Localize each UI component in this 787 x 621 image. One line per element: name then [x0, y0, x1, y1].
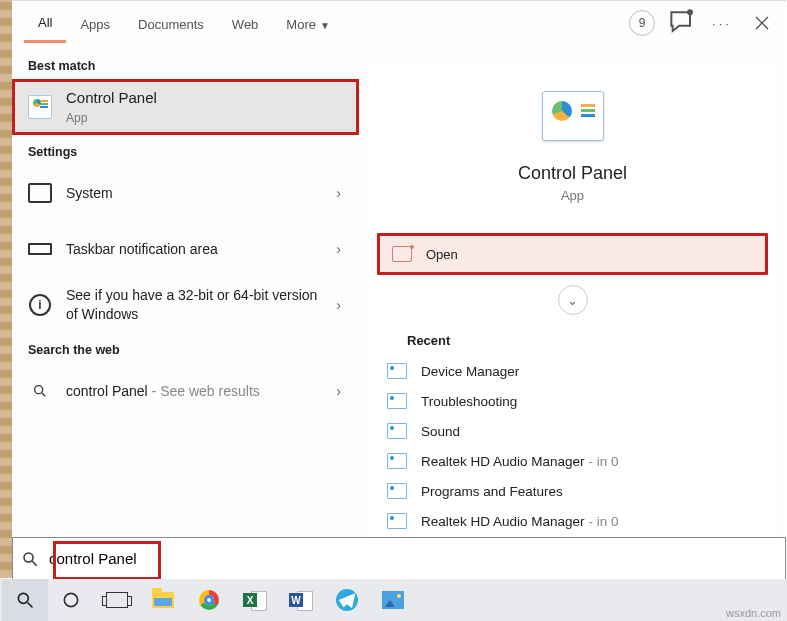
control-panel-large-icon	[542, 91, 604, 141]
rewards-badge[interactable]: 9	[626, 7, 658, 39]
control-panel-icon	[28, 95, 52, 119]
recent-item[interactable]: Sound	[383, 416, 768, 446]
recent-list: Device Manager Troubleshooting Sound Rea…	[377, 356, 768, 536]
web-search-item[interactable]: control Panel - See web results ›	[12, 363, 359, 419]
svg-point-5	[24, 553, 33, 562]
chevron-right-icon: ›	[328, 185, 349, 201]
app-icon	[387, 453, 407, 469]
chevron-right-icon: ›	[328, 241, 349, 257]
taskbar-telegram-button[interactable]	[324, 579, 370, 621]
app-icon	[387, 363, 407, 379]
recent-item[interactable]: Device Manager	[383, 356, 768, 386]
chevron-right-icon: ›	[328, 297, 349, 313]
info-icon: i	[28, 293, 52, 317]
recent-item[interactable]: Realtek HD Audio Manager - in 0	[383, 506, 768, 536]
taskbar-icon	[28, 237, 52, 261]
search-icon	[13, 550, 47, 568]
close-button[interactable]	[746, 7, 778, 39]
settings-item-system[interactable]: System ›	[12, 165, 359, 221]
more-options-icon[interactable]: ···	[706, 7, 738, 39]
preview-subtitle: App	[561, 188, 584, 203]
preview-title: Control Panel	[518, 163, 627, 184]
recent-item[interactable]: Realtek HD Audio Manager - in 0	[383, 446, 768, 476]
desktop-edge	[0, 0, 12, 578]
results-column: Best match Control Panel App Settings Sy…	[12, 45, 359, 579]
taskbar: X W	[0, 579, 787, 621]
svg-line-6	[32, 561, 37, 566]
tab-documents[interactable]: Documents	[124, 5, 218, 42]
settings-heading: Settings	[12, 135, 359, 165]
search-panel: All Apps Documents Web More▼ 9 ··· Best …	[12, 0, 786, 579]
taskbar-cortana-button[interactable]	[48, 579, 94, 621]
best-match-result[interactable]: Control Panel App	[12, 79, 359, 135]
taskbar-explorer-button[interactable]	[140, 579, 186, 621]
open-icon	[392, 246, 412, 262]
app-icon	[387, 423, 407, 439]
open-label: Open	[426, 247, 458, 262]
web-heading: Search the web	[12, 333, 359, 363]
search-icon	[28, 379, 52, 403]
badge-count: 9	[629, 10, 655, 36]
feedback-icon[interactable]	[666, 7, 698, 39]
preview-column: Control Panel App Open ⌄ Recent Device M…	[359, 45, 786, 579]
tab-all[interactable]: All	[24, 3, 66, 43]
taskbar-search-button[interactable]	[2, 579, 48, 621]
tab-apps[interactable]: Apps	[66, 5, 124, 42]
taskbar-taskview-button[interactable]	[94, 579, 140, 621]
recent-item[interactable]: Troubleshooting	[383, 386, 768, 416]
watermark: wsxdn.com	[726, 607, 781, 619]
app-icon	[387, 393, 407, 409]
app-icon	[387, 483, 407, 499]
recent-heading: Recent	[377, 319, 768, 356]
monitor-icon	[28, 181, 52, 205]
svg-line-4	[42, 393, 45, 396]
web-query-text: control Panel	[66, 383, 148, 399]
open-action[interactable]: Open	[377, 233, 768, 275]
svg-line-8	[28, 603, 33, 608]
taskbar-excel-button[interactable]: X	[232, 579, 278, 621]
expand-actions-button[interactable]: ⌄	[558, 285, 588, 315]
svg-point-9	[64, 593, 77, 606]
chevron-down-icon: ▼	[320, 20, 330, 31]
taskbar-photos-button[interactable]	[370, 579, 416, 621]
search-bar[interactable]	[12, 537, 786, 580]
best-match-title: Control Panel	[66, 88, 349, 108]
tab-web[interactable]: Web	[218, 5, 273, 42]
chevron-right-icon: ›	[328, 383, 349, 399]
settings-item-bitness[interactable]: i See if you have a 32-bit or 64-bit ver…	[12, 277, 359, 333]
svg-point-3	[35, 386, 43, 394]
taskbar-word-button[interactable]: W	[278, 579, 324, 621]
search-input[interactable]	[47, 549, 151, 568]
recent-item[interactable]: Programs and Features	[383, 476, 768, 506]
svg-point-7	[18, 593, 28, 603]
tab-more[interactable]: More▼	[272, 5, 344, 42]
web-suffix-text: - See web results	[148, 383, 260, 399]
taskbar-chrome-button[interactable]	[186, 579, 232, 621]
best-match-subtitle: App	[66, 110, 349, 126]
settings-item-taskbar[interactable]: Taskbar notification area ›	[12, 221, 359, 277]
svg-point-0	[688, 10, 692, 14]
best-match-heading: Best match	[12, 49, 359, 79]
app-icon	[387, 513, 407, 529]
tabs-row: All Apps Documents Web More▼ 9 ···	[12, 1, 786, 45]
chevron-down-icon: ⌄	[567, 293, 578, 308]
